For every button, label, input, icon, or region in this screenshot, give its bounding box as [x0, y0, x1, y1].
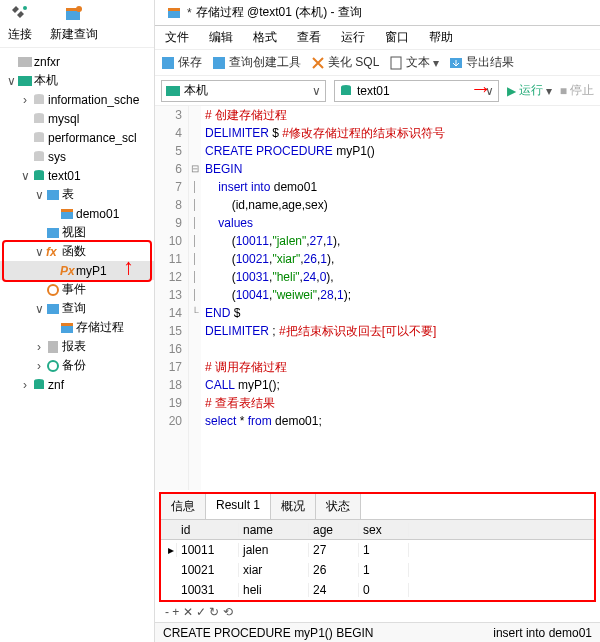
svg-rect-4 [18, 57, 32, 67]
tab-title: 存储过程 @text01 (本机) - 查询 [196, 4, 362, 21]
sidebar: 连接 新建查询 znfxr ∨本机 ›information_sche mysq… [0, 0, 155, 642]
tree-events[interactable]: 事件 [0, 280, 154, 299]
table-icon [60, 207, 74, 221]
function-icon: fx [46, 245, 60, 259]
new-query-label: 新建查询 [50, 26, 98, 43]
grid-row[interactable]: 10031 heli 24 0 [161, 580, 594, 600]
host-select[interactable]: 本机∨ [161, 80, 326, 102]
stop-icon: ■ [560, 84, 567, 98]
tree-db-text01[interactable]: ∨text01 [0, 166, 154, 185]
export-icon [449, 56, 463, 70]
query-file-icon [60, 321, 74, 335]
tree-db-sys[interactable]: sys [0, 147, 154, 166]
tree-views[interactable]: 视图 [0, 223, 154, 242]
menu-view[interactable]: 查看 [297, 29, 321, 46]
tree-tables[interactable]: ∨表 [0, 185, 154, 204]
status-bar: CREATE PROCEDURE myP1() BEGIN insert int… [155, 622, 600, 642]
tab-result1[interactable]: Result 1 [206, 494, 271, 519]
view-icon [46, 226, 60, 240]
backup-icon [46, 359, 60, 373]
query-file-icon [167, 6, 181, 20]
menu-format[interactable]: 格式 [253, 29, 277, 46]
database-icon [32, 150, 46, 164]
svg-rect-31 [213, 57, 225, 69]
tree-query-storedproc[interactable]: 存储过程 [0, 318, 154, 337]
line-gutter: 34567891011121314151617181920 [155, 106, 189, 490]
menu-run[interactable]: 运行 [341, 29, 365, 46]
report-icon [46, 340, 60, 354]
run-button[interactable]: ▶运行▾ [507, 82, 552, 99]
tree-db-mysql[interactable]: mysql [0, 109, 154, 128]
connection-icon [166, 84, 180, 98]
export-button[interactable]: 导出结果 [449, 54, 514, 71]
new-query-icon [64, 4, 84, 24]
svg-rect-19 [47, 228, 59, 238]
svg-rect-36 [341, 87, 351, 95]
tab-profile[interactable]: 概况 [271, 494, 316, 519]
svg-rect-18 [61, 209, 73, 212]
result-grid[interactable]: id name age sex ▸ 10011 jalen 27 1 10021… [161, 520, 594, 600]
menu-file[interactable]: 文件 [165, 29, 189, 46]
tree-table-demo01[interactable]: demo01 [0, 204, 154, 223]
text-button[interactable]: 文本▾ [389, 54, 439, 71]
svg-rect-11 [34, 134, 44, 142]
svg-rect-23 [61, 323, 73, 326]
tree-functions[interactable]: ∨fx函数 [0, 242, 154, 261]
query-icon [46, 302, 60, 316]
svg-rect-9 [34, 115, 44, 123]
svg-rect-15 [34, 172, 44, 180]
connection-icon [18, 74, 32, 88]
grid-nav-toolbar: - + ✕ ✓ ↻ ⟲ [155, 602, 600, 622]
save-icon [161, 56, 175, 70]
svg-rect-29 [168, 8, 180, 11]
tab-info[interactable]: 信息 [161, 494, 206, 519]
new-query-button[interactable]: 新建查询 [50, 4, 98, 43]
tab-bar: * 存储过程 @text01 (本机) - 查询 [155, 0, 600, 26]
chevron-down-icon: ∨ [312, 84, 321, 98]
menu-window[interactable]: 窗口 [385, 29, 409, 46]
menu-help[interactable]: 帮助 [429, 29, 453, 46]
tree-reports[interactable]: ›报表 [0, 337, 154, 356]
database-icon [32, 169, 46, 183]
beautify-button[interactable]: 美化 SQL [311, 54, 379, 71]
tree-db-perf-schema[interactable]: performance_scl [0, 128, 154, 147]
grid-row[interactable]: 10021 xiar 26 1 [161, 560, 594, 580]
tab-query[interactable]: * 存储过程 @text01 (本机) - 查询 [159, 1, 370, 24]
tree-fn-myP1[interactable]: PxmyP1 [0, 261, 154, 280]
sql-editor[interactable]: 34567891011121314151617181920 ⊟│││││││└ … [155, 106, 600, 490]
row-marker-icon: ▸ [161, 543, 177, 557]
tab-status[interactable]: 状态 [316, 494, 361, 519]
svg-rect-7 [34, 96, 44, 104]
fold-column: ⊟│││││││└ [189, 106, 201, 490]
stop-button[interactable]: ■停止 [560, 82, 594, 99]
tree-db-info-schema[interactable]: ›information_sche [0, 90, 154, 109]
plug-icon [10, 4, 30, 24]
svg-rect-27 [34, 381, 44, 389]
svg-point-25 [48, 361, 58, 371]
tree-backups[interactable]: ›备份 [0, 356, 154, 375]
database-icon [32, 378, 46, 392]
tree-db-znf[interactable]: ›znf [0, 375, 154, 394]
connect-button[interactable]: 连接 [8, 4, 32, 43]
db-tree: znfxr ∨本机 ›information_sche mysql perfor… [0, 48, 154, 642]
table-group-icon [46, 188, 60, 202]
database-icon [339, 84, 353, 98]
annotation-arrow-right-icon: → [470, 76, 492, 102]
svg-rect-24 [48, 341, 58, 353]
menu-edit[interactable]: 编辑 [209, 29, 233, 46]
tree-queries[interactable]: ∨查询 [0, 299, 154, 318]
grid-row[interactable]: ▸ 10011 jalen 27 1 [161, 540, 594, 560]
grid-header: id name age sex [161, 520, 594, 540]
code-area[interactable]: # 创建存储过程 DELIMITER $ #修改存储过程的结束标识符号 CREA… [201, 106, 600, 490]
svg-rect-30 [162, 57, 174, 69]
svg-point-20 [48, 285, 58, 295]
query-builder-button[interactable]: 查询创建工具 [212, 54, 301, 71]
nav-icons[interactable]: - + ✕ ✓ ↻ ⟲ [165, 605, 233, 619]
svg-rect-5 [18, 76, 32, 86]
tree-conn-local[interactable]: ∨本机 [0, 71, 154, 90]
connection-row: 本机∨ text01∨ → ▶运行▾ ■停止 [155, 76, 600, 106]
svg-rect-32 [391, 57, 401, 69]
save-button[interactable]: 保存 [161, 54, 202, 71]
tree-conn-znfxr[interactable]: znfxr [0, 52, 154, 71]
event-icon [46, 283, 60, 297]
